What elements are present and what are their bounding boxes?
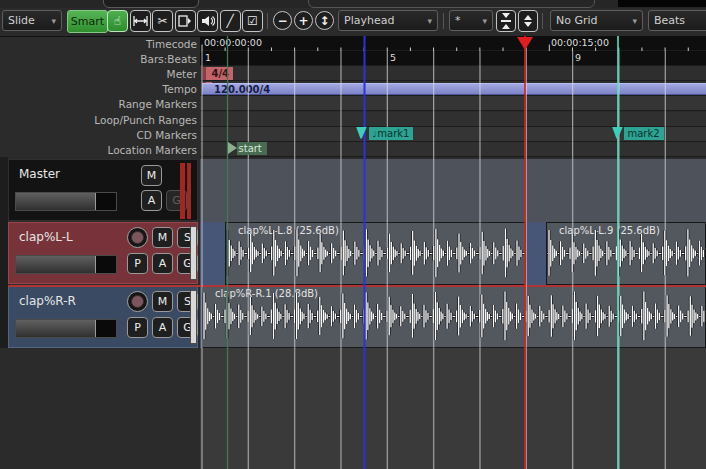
range-icon [133,15,148,27]
range-markers-ruler[interactable] [200,96,706,111]
grid-unit-select[interactable]: Beats [648,10,706,31]
record-dot-icon [131,295,144,308]
mute-button[interactable]: M [152,291,173,312]
timecode-ruler[interactable]: 00:00:00:00 00:00:15:00 [200,36,706,51]
tempo-bar[interactable]: 120.000/4 [202,83,706,95]
grid-mode-select[interactable]: No Grid ▾ [550,10,643,31]
minus-icon: − [277,14,287,28]
meter-ruler[interactable] [200,66,706,81]
master-lane[interactable] [200,159,706,222]
ruler-label-bars-beats: Bars:Beats [0,52,197,67]
clap-l-lane[interactable]: clap%L-L.8 (25.6dB) clap%L-L.9 (25.6dB) [200,222,706,285]
audio-region[interactable]: clap%R-R.1 (28.8dB) [202,285,706,348]
chevron-down-icon: ▾ [51,16,56,26]
audio-region[interactable]: clap%L-L.8 (25.6dB) [225,222,526,285]
ruler-label-location-markers: Location Markers [0,143,197,158]
playlist-button[interactable]: P [127,253,148,274]
automation-button[interactable]: A [152,317,173,338]
chevron-down-icon: ▾ [427,16,432,26]
bar-number: 9 [575,52,581,63]
meter-marker[interactable]: 4/4 [203,67,234,80]
region-label: clap%L-L.9 (25.6dB) [559,225,660,236]
loop-punch-ruler[interactable] [200,112,706,127]
marker-arrow-icon [228,142,237,154]
track-name[interactable]: Master [19,167,60,181]
plus-icon: + [298,14,308,28]
speaker-box-icon [178,15,192,27]
checkbox-icon: ☑ [247,14,258,28]
zoom-to-session-button[interactable]: ↕ [315,11,334,30]
track-name[interactable]: clap%L-L [19,230,73,244]
bars-beats-ruler[interactable]: 1 5 9 [200,51,706,66]
fader-fill [16,193,96,210]
master-track-header[interactable]: Master M A G [8,159,198,221]
zoom-in-button[interactable]: + [294,11,313,30]
gain-fader[interactable] [15,319,117,338]
triangle-up-icon [524,15,532,20]
scissors-icon: ✂ [157,14,167,28]
clap-r-track-header[interactable]: clap%R-R M S P A G [8,286,198,348]
automation-button[interactable]: A [141,190,162,211]
editor-toolbar: Slide ▾ Smart ☝ ✂ ╱ [0,8,706,37]
ardour-editor-window: Slide ▾ Smart ☝ ✂ ╱ [0,0,706,469]
chevron-down-icon: ▾ [632,16,637,26]
record-arm-button[interactable] [127,227,148,248]
zoom-focus-value: Playhead [344,14,394,27]
grab-tool-button[interactable]: ☝ [107,10,128,32]
mute-button[interactable]: M [141,165,162,186]
smart-mode-button[interactable]: Smart [67,10,108,33]
hand-icon: ☝ [114,14,121,28]
zoom-focus-select[interactable]: Playhead ▾ [338,10,438,31]
fade-tool-button[interactable] [175,10,196,32]
note-icon: ♩ [373,130,377,139]
marker-label: start [237,142,267,156]
level-meter [190,226,197,280]
automation-button[interactable]: A [152,253,173,274]
audio-region[interactable]: clap%L-L.9 (25.6dB) [546,222,706,285]
range-tool-button[interactable] [130,10,151,32]
ruler-label-timecode: Timecode [0,37,197,52]
playlist-button[interactable]: P [127,317,148,338]
mute-button[interactable]: M [152,227,173,248]
marker-label: mark2 [628,128,660,139]
location-markers-ruler[interactable] [200,142,706,157]
timecode-label: 00:00:15:00 [551,37,609,48]
cut-tool-button[interactable]: ✂ [152,10,173,32]
gain-fader[interactable] [15,255,117,274]
triangle-down-icon [502,13,510,18]
bar-number: 1 [205,52,211,63]
start-marker[interactable]: start [228,142,267,156]
track-height-select[interactable]: * ▾ [449,10,493,31]
shrink-tracks-button[interactable] [496,10,516,32]
fader-fill [16,320,96,337]
edit-content-tool-button[interactable]: ☑ [242,10,263,32]
expand-tracks-button[interactable] [518,10,538,32]
cd-marker-mark2[interactable]: mark2 [624,127,664,141]
ruler-label-cd-markers: CD Markers [0,128,197,143]
audition-tool-button[interactable] [197,10,218,32]
level-meter [190,290,197,344]
playhead-handle[interactable] [517,37,533,50]
cd-marker-mark1[interactable]: ♩mark1 [369,127,414,141]
clap-l-track-header[interactable]: clap%L-L M S P A G [8,222,198,284]
draw-tool-button[interactable]: ╱ [220,10,241,32]
toolbar-separator [267,13,268,29]
triangle-up-icon [502,24,510,29]
partial-widget [103,0,199,8]
record-arm-button[interactable] [127,291,148,312]
level-meter-right [187,163,192,219]
region-label: clap%R-R.1 (28.8dB) [215,288,318,299]
empty-canvas[interactable] [200,348,706,469]
track-name[interactable]: clap%R-R [19,294,76,308]
edit-mode-select[interactable]: Slide ▾ [2,10,62,31]
top-partial-strip [0,0,706,8]
record-armed-line [8,285,706,287]
marker-label: mark1 [377,128,409,139]
ruler-label-meter: Meter [0,67,197,82]
gain-fader[interactable] [15,192,117,211]
timecode-label: 00:00:00:00 [204,37,262,48]
clap-r-lane[interactable]: clap%R-R.1 (28.8dB) [200,285,706,348]
pencil-icon: ╱ [226,14,233,28]
zoom-out-button[interactable]: − [273,11,292,30]
toolbar-separator [443,13,444,29]
